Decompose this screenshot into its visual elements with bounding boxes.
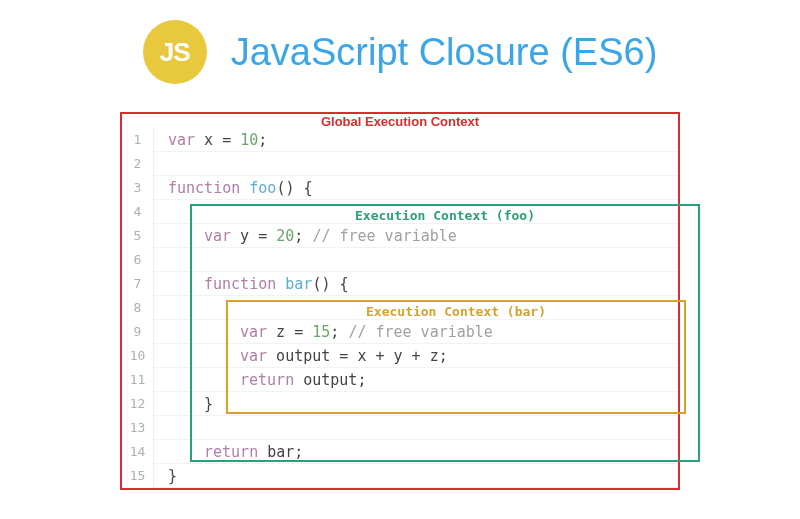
code-line: var z = 15; // free variable [168, 320, 678, 344]
code-line [168, 416, 678, 440]
line-number: 11 [126, 368, 149, 392]
code-line [168, 296, 678, 320]
code-block: 1 2 3 4 5 6 7 8 9 10 11 12 13 14 15 Exec… [122, 114, 678, 488]
code-container: Global Execution Context 1 2 3 4 5 6 7 8… [120, 112, 680, 490]
global-context-box: Global Execution Context 1 2 3 4 5 6 7 8… [120, 112, 680, 490]
code-line: function foo() { [168, 176, 678, 200]
code-line: return output; [168, 368, 678, 392]
line-number: 8 [126, 296, 149, 320]
line-number: 6 [126, 248, 149, 272]
line-number: 1 [126, 128, 149, 152]
code-line: } [168, 464, 678, 488]
line-number: 3 [126, 176, 149, 200]
code-line: var x = 10; [168, 128, 678, 152]
js-badge-text: JS [160, 37, 190, 68]
code-line: var output = x + y + z; [168, 344, 678, 368]
line-number: 7 [126, 272, 149, 296]
line-number: 12 [126, 392, 149, 416]
line-number: 9 [126, 320, 149, 344]
code-line [168, 200, 678, 224]
line-number-gutter: 1 2 3 4 5 6 7 8 9 10 11 12 13 14 15 [122, 128, 154, 488]
code-lines: Execution Context (foo) Execution Contex… [154, 128, 678, 488]
header: JS JavaScript Closure (ES6) [0, 20, 800, 84]
code-line [168, 248, 678, 272]
line-number: 2 [126, 152, 149, 176]
code-line: return bar; [168, 440, 678, 464]
line-number: 13 [126, 416, 149, 440]
code-line: } [168, 392, 678, 416]
line-number: 15 [126, 464, 149, 488]
line-number: 14 [126, 440, 149, 464]
line-number: 5 [126, 224, 149, 248]
code-line [168, 152, 678, 176]
code-line: var y = 20; // free variable [168, 224, 678, 248]
page-title: JavaScript Closure (ES6) [231, 31, 658, 74]
code-line: function bar() { [168, 272, 678, 296]
line-number: 10 [126, 344, 149, 368]
js-logo-icon: JS [143, 20, 207, 84]
line-number: 4 [126, 200, 149, 224]
global-context-label: Global Execution Context [313, 112, 487, 131]
